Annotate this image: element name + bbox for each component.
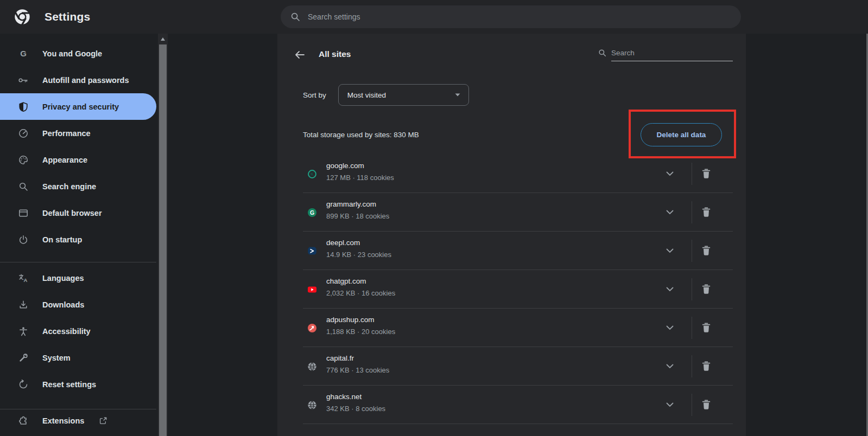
row-divider	[692, 201, 692, 223]
sidebar-item-languages[interactable]: A Languages	[0, 265, 156, 291]
sort-dropdown-value: Most visited	[347, 91, 386, 99]
sidebar-item-extensions[interactable]: Extensions	[0, 409, 156, 432]
settings-search[interactable]	[281, 5, 741, 28]
expand-chevron-icon[interactable]	[663, 283, 676, 296]
brand: Settings	[13, 0, 90, 34]
key-icon	[18, 75, 29, 86]
site-row[interactable]: ghacks.net 342 KB · 8 cookies	[277, 386, 746, 424]
reset-arrow-icon	[18, 379, 29, 390]
delete-site-button[interactable]	[700, 167, 713, 181]
svg-text:A: A	[24, 277, 28, 283]
sidebar-item-default-browser[interactable]: Default browser	[0, 200, 156, 226]
chevron-down-icon	[455, 93, 460, 97]
sidebar-item-label: Privacy and security	[42, 102, 119, 111]
site-details: 776 KB · 13 cookies	[326, 366, 389, 374]
site-row[interactable]: adpushup.com 1,188 KB · 20 cookies	[277, 309, 746, 347]
sidebar-item-accessibility[interactable]: Accessibility	[0, 318, 156, 344]
sidebar-item-label: Autofill and passwords	[42, 76, 129, 85]
delete-site-button[interactable]	[700, 244, 713, 258]
site-row[interactable]: G grammarly.com 899 KB · 18 cookies	[277, 193, 746, 232]
sort-dropdown[interactable]: Most visited	[338, 84, 469, 106]
settings-search-input[interactable]	[307, 12, 731, 22]
external-link-icon	[98, 416, 108, 426]
site-details: 2,032 KB · 16 cookies	[326, 289, 395, 297]
youtube-play-favicon-icon	[307, 285, 317, 294]
site-domain: adpushup.com	[326, 316, 395, 324]
globe-favicon-icon	[307, 400, 317, 410]
sidebar-item-performance[interactable]: Performance	[0, 120, 156, 146]
site-search-field[interactable]	[611, 48, 733, 61]
magnifier-icon	[18, 181, 29, 192]
delete-all-data-button[interactable]: Delete all data	[641, 123, 722, 146]
site-details: 1,188 KB · 20 cookies	[326, 328, 395, 336]
delete-site-button[interactable]	[700, 283, 713, 297]
sidebar-item-search-engine[interactable]: Search engine	[0, 173, 156, 200]
svg-text:G: G	[20, 49, 27, 58]
site-row[interactable]: capital.fr 776 KB · 13 cookies	[277, 347, 746, 386]
sidebar-item-label: Appearance	[42, 156, 87, 164]
expand-chevron-icon[interactable]	[663, 322, 676, 335]
row-divider	[692, 240, 692, 262]
sidebar-item-label: On startup	[42, 235, 82, 244]
expand-chevron-icon[interactable]	[663, 399, 676, 412]
adpushup-favicon-icon	[307, 323, 317, 333]
sidebar-item-autofill[interactable]: Autofill and passwords	[0, 67, 156, 93]
sites-list: K google.com 127 MB · 118 cookies	[277, 155, 746, 424]
sidebar-item-you-and-google[interactable]: G You and Google	[0, 40, 156, 67]
puzzle-icon	[18, 415, 29, 426]
download-icon	[18, 299, 29, 310]
sidebar-item-label: Downloads	[42, 300, 84, 309]
all-sites-panel: All sites Sort by Most visited Total sto…	[277, 34, 746, 436]
svg-text:G: G	[310, 209, 314, 215]
sidebar-scrollbar[interactable]	[158, 34, 168, 436]
site-domain: chatgpt.com	[326, 277, 395, 285]
sidebar-item-appearance[interactable]: Appearance	[0, 146, 156, 173]
sidebar-item-label: You and Google	[42, 49, 102, 58]
site-search-input[interactable]	[611, 49, 733, 57]
scrollbar-thumb[interactable]	[159, 44, 167, 436]
expand-chevron-icon[interactable]	[663, 245, 676, 258]
accessibility-person-icon	[18, 326, 29, 337]
delete-site-button[interactable]	[700, 206, 713, 220]
sidebar-item-label: Extensions	[42, 416, 84, 425]
site-details: 127 MB · 118 cookies	[326, 174, 394, 182]
expand-chevron-icon[interactable]	[663, 168, 676, 181]
expand-chevron-icon[interactable]	[663, 206, 676, 219]
sidebar-item-label: Accessibility	[42, 327, 91, 336]
sidebar-item-reset-settings[interactable]: Reset settings	[0, 371, 156, 397]
site-domain: google.com	[326, 162, 394, 170]
delete-site-button[interactable]	[700, 360, 713, 374]
scrollbar-up-arrow[interactable]	[158, 34, 168, 44]
sidebar-item-downloads[interactable]: Downloads	[0, 291, 156, 318]
delete-site-button[interactable]	[700, 321, 713, 335]
section-title: All sites	[319, 49, 351, 59]
site-domain: deepl.com	[326, 239, 391, 247]
delete-site-button[interactable]	[700, 398, 713, 412]
translate-icon: A	[18, 273, 29, 284]
site-domain: ghacks.net	[326, 393, 385, 401]
site-row[interactable]: K google.com 127 MB · 118 cookies	[277, 155, 746, 193]
sidebar-item-privacy-security[interactable]: Privacy and security	[0, 93, 156, 120]
site-row[interactable]: deepl.com 14.9 KB · 23 cookies	[277, 232, 746, 270]
sidebar-item-label: Default browser	[42, 209, 102, 217]
site-row[interactable]: chatgpt.com 2,032 KB · 16 cookies	[277, 270, 746, 309]
search-icon	[598, 49, 606, 57]
sidebar-item-label: Performance	[42, 129, 91, 138]
row-divider	[692, 278, 692, 300]
shield-icon	[18, 101, 29, 112]
expand-chevron-icon[interactable]	[663, 360, 676, 373]
sidebar-item-label: System	[42, 354, 71, 362]
sidebar-item-system[interactable]: System	[0, 344, 156, 371]
site-details: 899 KB · 18 cookies	[326, 212, 389, 220]
search-icon	[290, 12, 300, 22]
back-button[interactable]	[292, 47, 308, 63]
site-details: 14.9 KB · 23 cookies	[326, 251, 391, 259]
sidebar-item-label: Reset settings	[42, 380, 96, 389]
row-divider	[692, 355, 692, 377]
sidebar-item-on-startup[interactable]: On startup	[0, 226, 156, 253]
sidebar: G You and Google Autofill and passwords …	[0, 34, 156, 436]
site-domain: grammarly.com	[326, 200, 389, 208]
row-divider	[692, 394, 692, 416]
site-details: 342 KB · 8 cookies	[326, 405, 385, 413]
total-storage-text: Total storage used by sites: 830 MB	[303, 131, 419, 139]
